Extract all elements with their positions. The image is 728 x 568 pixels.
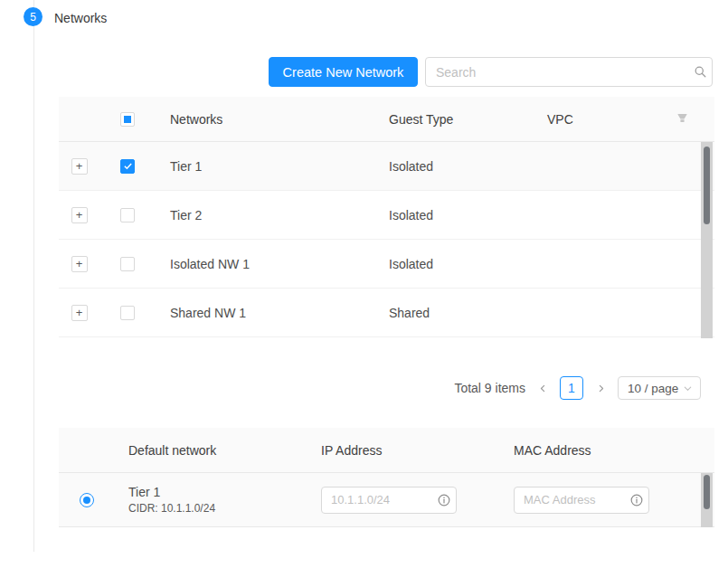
table-row[interactable]: + Tier 1 Isolated bbox=[59, 142, 714, 191]
column-header-ip-address: IP Address bbox=[307, 443, 499, 458]
network-search-box[interactable] bbox=[425, 57, 713, 87]
networks-table: Networks Guest Type VPC + Tier 1 Isolate… bbox=[59, 97, 714, 337]
networks-step-page: 5 Networks Create New Network Networks G… bbox=[0, 0, 728, 568]
wizard-step-line bbox=[33, 0, 34, 552]
row-checkbox[interactable] bbox=[120, 257, 135, 271]
create-new-network-button[interactable]: Create New Network bbox=[269, 57, 418, 87]
mac-address-input[interactable] bbox=[515, 493, 625, 506]
row-checkbox[interactable] bbox=[120, 306, 135, 320]
row-checkbox[interactable] bbox=[120, 159, 135, 174]
previous-page-button[interactable] bbox=[533, 376, 553, 400]
page-size-value: 10 / page bbox=[628, 382, 678, 395]
ip-address-input[interactable] bbox=[322, 493, 432, 506]
default-network-name: Tier 1 bbox=[128, 485, 307, 499]
default-network-cidr: CIDR: 10.1.1.0/24 bbox=[128, 502, 307, 515]
step-number: 5 bbox=[30, 11, 36, 24]
expand-row-button[interactable]: + bbox=[71, 158, 88, 175]
default-network-table-header: Default network IP Address MAC Address bbox=[59, 428, 714, 473]
page-size-select[interactable]: 10 / page bbox=[618, 376, 701, 400]
networks-table-scrollbar[interactable] bbox=[701, 142, 713, 338]
column-header-default-network: Default network bbox=[114, 443, 307, 458]
network-name: Tier 1 bbox=[156, 159, 374, 174]
network-name: Tier 2 bbox=[156, 208, 374, 222]
table-row[interactable]: + Tier 2 Isolated bbox=[59, 191, 714, 240]
mac-address-input-wrap[interactable] bbox=[514, 487, 649, 514]
ip-address-input-wrap[interactable] bbox=[321, 487, 457, 514]
expand-row-button[interactable]: + bbox=[71, 256, 88, 272]
network-name: Shared NW 1 bbox=[156, 306, 374, 320]
step-title: Networks bbox=[54, 11, 107, 25]
search-icon[interactable] bbox=[688, 65, 712, 79]
guest-type: Isolated bbox=[374, 159, 533, 174]
vpc-filter-icon[interactable] bbox=[660, 112, 714, 127]
next-page-button[interactable] bbox=[591, 376, 610, 400]
table-row[interactable]: + Shared NW 1 Shared bbox=[59, 289, 714, 337]
guest-type: Isolated bbox=[374, 208, 533, 222]
page-number-button[interactable]: 1 bbox=[560, 376, 583, 400]
default-network-radio[interactable] bbox=[80, 493, 94, 507]
wizard-step-number-badge: 5 bbox=[24, 7, 43, 26]
default-network-table: Default network IP Address MAC Address T… bbox=[59, 428, 714, 527]
guest-type: Shared bbox=[374, 306, 533, 320]
guest-type: Isolated bbox=[374, 257, 533, 271]
table-row[interactable]: + Isolated NW 1 Isolated bbox=[59, 240, 714, 289]
ip-info-icon[interactable] bbox=[432, 494, 456, 506]
scrollbar-thumb[interactable] bbox=[704, 475, 710, 509]
pagination-total: Total 9 items bbox=[454, 381, 525, 395]
networks-table-header: Networks Guest Type VPC bbox=[59, 97, 714, 142]
expand-row-button[interactable]: + bbox=[71, 305, 88, 321]
network-name: Isolated NW 1 bbox=[156, 257, 374, 271]
scrollbar-thumb[interactable] bbox=[704, 147, 710, 224]
pagination: Total 9 items 1 10 / page bbox=[59, 376, 701, 400]
search-input[interactable] bbox=[426, 65, 688, 80]
column-header-guest-type: Guest Type bbox=[374, 112, 533, 127]
default-network-table-scrollbar[interactable] bbox=[701, 473, 713, 527]
row-checkbox[interactable] bbox=[120, 208, 135, 222]
column-header-mac-address: MAC Address bbox=[499, 443, 714, 458]
select-all-checkbox[interactable] bbox=[120, 112, 135, 127]
expand-row-button[interactable]: + bbox=[71, 207, 88, 223]
mac-info-icon[interactable] bbox=[625, 494, 648, 506]
default-network-row[interactable]: Tier 1 CIDR: 10.1.1.0/24 bbox=[59, 473, 714, 527]
column-header-networks: Networks bbox=[156, 112, 374, 127]
chevron-down-icon bbox=[683, 383, 693, 393]
column-header-vpc: VPC bbox=[533, 112, 660, 127]
